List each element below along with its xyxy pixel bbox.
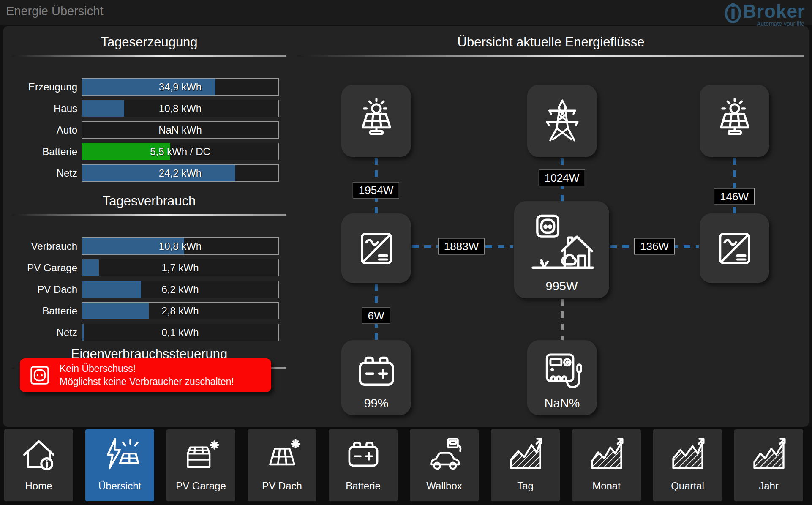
tile-house: 995W (514, 201, 609, 298)
pv-dach-icon (263, 435, 302, 474)
flow-line-wallbox (561, 299, 564, 340)
bar-track: 1,7 kWh (82, 259, 279, 276)
bar-label: PV Dach (8, 281, 77, 298)
wallbox-soc-value: NaN% (527, 396, 597, 410)
nav-tile-jahr[interactable]: Jahr (734, 429, 803, 501)
battery-icon (344, 435, 383, 474)
logo-word: Broker (743, 2, 805, 21)
nav-label: Batterie (346, 480, 381, 492)
bar-value: 5,5 kWh / DC (82, 143, 278, 160)
house-consumption-icon (524, 213, 599, 272)
nav-tile-home[interactable]: Home (4, 429, 73, 501)
bar-value: 10,8 kWh (82, 238, 278, 254)
bar-track: 5,5 kWh / DC (82, 143, 279, 160)
chart-quarter-icon (668, 435, 707, 474)
pv-garage-icon (182, 435, 221, 474)
bar-row-auto: Auto NaN kWh (3, 121, 282, 139)
divider-consumption (12, 214, 286, 216)
alert-text: Kein Überschuss! Möglichst keine Verbrau… (60, 362, 234, 388)
nav-label: PV Dach (262, 480, 302, 492)
bar-value: 10,8 kWh (82, 100, 278, 117)
section-title-flow: Übersicht aktuelle Energieflüsse (297, 35, 804, 50)
tile-wallbox: NaN% (527, 340, 597, 415)
bar-row-batterie-erzeugung: Batterie 5,5 kWh / DC (3, 143, 282, 160)
page-title: Energie Übersicht (6, 4, 104, 18)
flow-value-inverter-right: 136W (634, 238, 675, 255)
inverter-icon (713, 227, 757, 270)
nav-label: Wallbox (426, 480, 462, 492)
nav-tile-quartal[interactable]: Quartal (653, 429, 722, 501)
tile-pv-dach (700, 85, 769, 157)
nav-label: Home (25, 480, 52, 492)
wallbox-car-icon (425, 435, 464, 474)
surplus-alert: Kein Überschuss! Möglichst keine Verbrau… (20, 358, 271, 392)
tile-grid (527, 85, 597, 157)
bar-row-pv-garage: PV Garage 1,7 kWh (3, 259, 282, 276)
iobroker-logo-icon (723, 2, 743, 24)
tile-battery: 99% (341, 340, 411, 415)
wallbox-meter-icon (540, 349, 585, 395)
bar-track: 10,8 kWh (82, 100, 279, 117)
flow-value-grid: 1024W (539, 170, 585, 186)
chart-day-icon (506, 435, 545, 474)
nav-label: Jahr (759, 480, 779, 492)
bar-label: Batterie (8, 302, 77, 319)
bar-track: 24,2 kWh (82, 164, 279, 182)
iobroker-logo: Broker Automate your life (723, 2, 805, 24)
alert-line2: Möglichst keine Verbraucher zuschalten! (60, 375, 234, 388)
bar-label: Verbrauch (8, 237, 77, 255)
tile-inverter-right (700, 213, 769, 283)
bar-row-batterie-verbrauch: Batterie 2,8 kWh (3, 302, 282, 319)
divider-flow (297, 55, 804, 57)
solar-panel-icon (353, 97, 400, 145)
bar-row-haus: Haus 10,8 kWh (3, 100, 282, 117)
nav-label: Monat (592, 480, 621, 492)
nav-tile-tag[interactable]: Tag (491, 429, 560, 501)
inverter-icon (354, 227, 398, 270)
flow-value-pv-dach: 146W (714, 188, 755, 205)
nav-tile-uebersicht[interactable]: Übersicht (85, 429, 154, 501)
bar-row-netz-erzeugung: Netz 24,2 kWh (3, 164, 282, 182)
bottom-navigation: Home Übersicht PV Garage PV Dach (0, 427, 812, 505)
bar-row-verbrauch: Verbrauch 10,8 kWh (3, 237, 282, 255)
tile-inverter-left (341, 213, 411, 283)
home-icon (19, 435, 58, 474)
divider-production (12, 55, 286, 57)
nav-tile-batterie[interactable]: Batterie (329, 429, 398, 501)
solar-panel-icon (711, 97, 758, 145)
energy-overview-icon (101, 435, 139, 474)
bar-value: 0,1 kWh (82, 324, 278, 341)
bar-value: NaN kWh (82, 122, 278, 138)
bar-label: PV Garage (8, 259, 77, 276)
flow-line-pv-dach (733, 158, 736, 213)
bar-track: 0,1 kWh (82, 324, 279, 341)
bar-track: NaN kWh (82, 121, 279, 139)
bar-label: Netz (8, 324, 77, 341)
bar-track: 34,9 kWh (82, 78, 279, 96)
tile-pv-garage (341, 85, 411, 157)
bar-row-erzeugung: Erzeugung 34,9 kWh (3, 78, 282, 96)
bar-label: Netz (8, 164, 77, 182)
bar-value: 24,2 kWh (82, 165, 278, 181)
bar-track: 10,8 kWh (82, 237, 279, 255)
battery-soc-value: 99% (341, 396, 411, 410)
flow-value-pv-garage: 1954W (353, 182, 399, 199)
nav-label: Übersicht (98, 480, 141, 492)
battery-icon (354, 349, 399, 395)
bar-value: 34,9 kWh (82, 79, 278, 95)
app-header: Energie Übersicht Broker Automate your l… (0, 0, 812, 25)
nav-label: Tag (517, 480, 534, 492)
nav-tile-pv-dach[interactable]: PV Dach (248, 429, 316, 501)
bar-value: 2,8 kWh (82, 303, 278, 319)
alert-line1: Kein Überschuss! (60, 362, 234, 375)
bar-row-netz-verbrauch: Netz 0,1 kWh (3, 324, 282, 341)
power-tower-icon (539, 98, 586, 144)
nav-tile-pv-garage[interactable]: PV Garage (166, 429, 235, 501)
nav-tile-monat[interactable]: Monat (572, 429, 641, 501)
chart-year-icon (749, 435, 788, 474)
bar-value: 1,7 kWh (82, 259, 278, 276)
bar-label: Erzeugung (8, 78, 77, 96)
nav-tile-wallbox[interactable]: Wallbox (410, 429, 479, 501)
flow-value-inverter-left: 1883W (438, 238, 485, 255)
nav-label: Quartal (671, 480, 704, 492)
